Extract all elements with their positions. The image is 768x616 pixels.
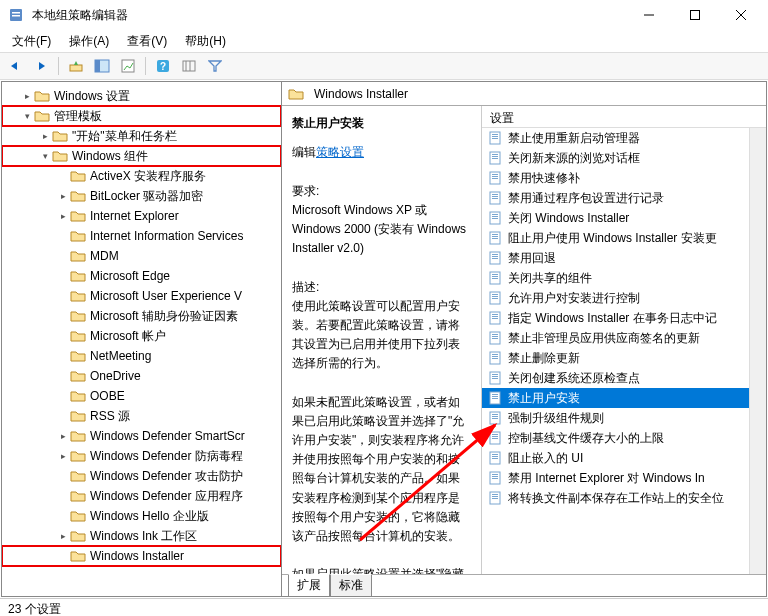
list-item[interactable]: 禁用快速修补 [482, 168, 766, 188]
tab-standard[interactable]: 标准 [330, 574, 372, 597]
svg-rect-23 [492, 158, 498, 159]
edit-policy-link[interactable]: 策略设置 [316, 145, 364, 159]
svg-rect-47 [492, 278, 498, 279]
tree-item[interactable]: ActiveX 安装程序服务 [2, 166, 281, 186]
tree-item[interactable]: Microsoft User Experience V [2, 286, 281, 306]
tree-item[interactable]: OOBE [2, 386, 281, 406]
setting-icon [488, 231, 502, 245]
tree-item[interactable]: ▸Internet Explorer [2, 206, 281, 226]
tree-item-label: NetMeeting [90, 349, 151, 363]
help-button[interactable]: ? [152, 55, 174, 77]
expand-icon[interactable]: ▸ [20, 91, 34, 101]
list-item[interactable]: 允许用户对安装进行控制 [482, 288, 766, 308]
list-item[interactable]: 禁用回退 [482, 248, 766, 268]
maximize-button[interactable] [672, 0, 718, 30]
vertical-scrollbar[interactable] [749, 128, 766, 574]
tree-item[interactable]: Windows Hello 企业版 [2, 506, 281, 526]
menu-view[interactable]: 查看(V) [119, 31, 175, 52]
expand-icon[interactable]: ▸ [38, 131, 52, 141]
folder-icon [70, 429, 86, 443]
list-item[interactable]: 阻止用户使用 Windows Installer 安装更 [482, 228, 766, 248]
svg-rect-10 [122, 60, 134, 72]
list-item[interactable]: 禁用 Internet Explorer 对 Windows In [482, 468, 766, 488]
tree-item[interactable]: Microsoft Edge [2, 266, 281, 286]
list-item-label: 允许用户对安装进行控制 [508, 290, 640, 307]
tree-item[interactable]: ▸BitLocker 驱动器加密 [2, 186, 281, 206]
setting-icon [488, 171, 502, 185]
svg-rect-39 [492, 238, 498, 239]
list-item-label: 关闭 Windows Installer [508, 210, 629, 227]
settings-list[interactable]: 禁止使用重新启动管理器关闭新来源的浏览对话框禁用快速修补禁用通过程序包设置进行记… [482, 128, 766, 574]
list-item[interactable]: 禁止删除更新 [482, 348, 766, 368]
folder-icon [70, 309, 86, 323]
tree-item[interactable]: Windows Defender 攻击防护 [2, 466, 281, 486]
tree-item[interactable]: ▸Windows Defender 防病毒程 [2, 446, 281, 466]
expand-icon[interactable]: ▸ [56, 211, 70, 221]
tree-item[interactable]: ▾Windows 组件 [2, 146, 281, 166]
list-item[interactable]: 将转换文件副本保存在工作站上的安全位 [482, 488, 766, 508]
close-button[interactable] [718, 0, 764, 30]
folder-icon [70, 389, 86, 403]
tree-item[interactable]: ▸Windows Defender SmartScr [2, 426, 281, 446]
tree-item[interactable]: NetMeeting [2, 346, 281, 366]
list-item[interactable]: 关闭新来源的浏览对话框 [482, 148, 766, 168]
expand-icon[interactable]: ▸ [56, 431, 70, 441]
collapse-icon[interactable]: ▾ [38, 151, 52, 161]
tree-item[interactable]: ▾管理模板 [2, 106, 281, 126]
svg-rect-29 [492, 194, 498, 195]
properties-button[interactable] [117, 55, 139, 77]
svg-rect-73 [492, 414, 498, 415]
svg-rect-1 [12, 12, 20, 14]
tree-item[interactable]: MDM [2, 246, 281, 266]
options-button[interactable] [178, 55, 200, 77]
tree-item-label: Internet Explorer [90, 209, 179, 223]
list-item[interactable]: 禁止用户安装 [482, 388, 766, 408]
list-item[interactable]: 关闭共享的组件 [482, 268, 766, 288]
tree-item[interactable]: RSS 源 [2, 406, 281, 426]
folder-icon [70, 529, 86, 543]
up-button[interactable] [65, 55, 87, 77]
list-item[interactable]: 强制升级组件规则 [482, 408, 766, 428]
list-item[interactable]: 关闭 Windows Installer [482, 208, 766, 228]
tree-item[interactable]: Microsoft 辅助身份验证因素 [2, 306, 281, 326]
forward-button[interactable] [30, 55, 52, 77]
list-item[interactable]: 控制基线文件缓存大小的上限 [482, 428, 766, 448]
expand-icon[interactable]: ▸ [56, 191, 70, 201]
svg-rect-7 [70, 65, 82, 71]
filter-button[interactable] [204, 55, 226, 77]
menu-action[interactable]: 操作(A) [61, 31, 117, 52]
list-item[interactable]: 指定 Windows Installer 在事务日志中记 [482, 308, 766, 328]
svg-rect-78 [492, 436, 498, 437]
collapse-icon[interactable]: ▾ [20, 111, 34, 121]
svg-rect-83 [492, 458, 498, 459]
tree-pane[interactable]: ▸Windows 设置▾管理模板▸"开始"菜单和任务栏▾Windows 组件Ac… [2, 82, 282, 596]
list-header[interactable]: 设置 [482, 106, 766, 128]
tree-item[interactable]: Internet Information Services [2, 226, 281, 246]
expand-icon[interactable]: ▸ [56, 451, 70, 461]
back-button[interactable] [4, 55, 26, 77]
list-item[interactable]: 禁止使用重新启动管理器 [482, 128, 766, 148]
list-item[interactable]: 禁用通过程序包设置进行记录 [482, 188, 766, 208]
list-item[interactable]: 关闭创建系统还原检查点 [482, 368, 766, 388]
menu-help[interactable]: 帮助(H) [177, 31, 234, 52]
list-item[interactable]: 阻止嵌入的 UI [482, 448, 766, 468]
svg-rect-71 [492, 398, 498, 399]
tree-item[interactable]: Microsoft 帐户 [2, 326, 281, 346]
tree-item[interactable]: Windows Installer [2, 546, 281, 566]
show-hide-tree-button[interactable] [91, 55, 113, 77]
tab-extended[interactable]: 扩展 [288, 574, 330, 597]
svg-rect-38 [492, 236, 498, 237]
tree-item[interactable]: ▸Windows Ink 工作区 [2, 526, 281, 546]
svg-rect-25 [492, 174, 498, 175]
minimize-button[interactable] [626, 0, 672, 30]
tree-item[interactable]: Windows Defender 应用程序 [2, 486, 281, 506]
menu-file[interactable]: 文件(F) [4, 31, 59, 52]
tree-item[interactable]: ▸"开始"菜单和任务栏 [2, 126, 281, 146]
tree-item[interactable]: OneDrive [2, 366, 281, 386]
tree-item-label: Windows Defender 防病毒程 [90, 448, 243, 465]
tree-item-label: "开始"菜单和任务栏 [72, 128, 177, 145]
expand-icon[interactable]: ▸ [56, 531, 70, 541]
tree-item[interactable]: ▸Windows 设置 [2, 86, 281, 106]
svg-rect-27 [492, 178, 498, 179]
list-item[interactable]: 禁止非管理员应用供应商签名的更新 [482, 328, 766, 348]
